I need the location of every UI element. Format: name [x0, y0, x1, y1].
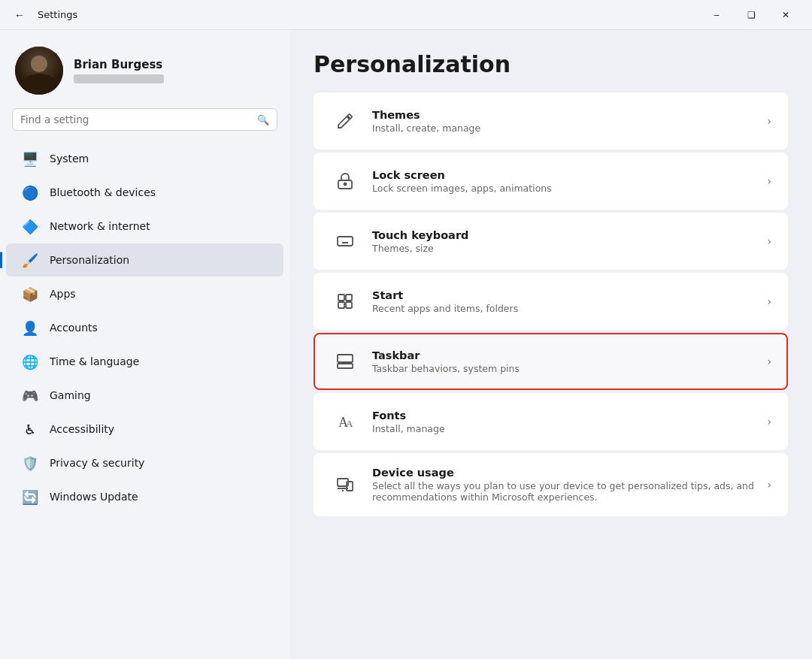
avatar — [15, 47, 63, 95]
settings-card-deviceusage[interactable]: Device usage Select all the ways you pla… — [314, 453, 788, 516]
titlebar: ← Settings – ❑ ✕ — [0, 0, 812, 30]
avatar-image — [15, 47, 63, 95]
touchkeyboard-chevron: › — [767, 235, 771, 247]
update-icon: 🔄 — [21, 488, 39, 506]
svg-rect-5 — [338, 302, 344, 308]
lockscreen-chevron: › — [767, 175, 771, 187]
start-text: Start Recent apps and items, folders — [372, 289, 755, 314]
fonts-icon: A A — [330, 407, 360, 437]
touchkeyboard-desc: Themes, size — [372, 243, 755, 254]
deviceusage-title: Device usage — [372, 467, 755, 479]
themes-chevron: › — [767, 115, 771, 127]
sidebar-item-update[interactable]: 🔄 Windows Update — [6, 480, 283, 513]
maximize-button[interactable]: ❑ — [734, 3, 768, 27]
themes-icon — [330, 106, 360, 136]
lockscreen-desc: Lock screen images, apps, animations — [372, 183, 755, 194]
sidebar-label-personalization: Personalization — [50, 254, 129, 266]
taskbar-desc: Taskbar behaviors, system pins — [372, 363, 755, 374]
fonts-desc: Install, manage — [372, 423, 755, 434]
start-desc: Recent apps and items, folders — [372, 303, 755, 314]
accounts-icon: 👤 — [21, 319, 39, 337]
svg-text:A: A — [346, 418, 353, 429]
user-email-redacted — [74, 74, 164, 83]
search-icon: 🔍 — [257, 114, 269, 125]
sidebar-item-apps[interactable]: 📦 Apps — [6, 277, 283, 310]
touchkeyboard-title: Touch keyboard — [372, 229, 755, 241]
app-body: Brian Burgess 🔍 🖥️ System 🔵 Bluetooth & … — [0, 30, 812, 659]
accessibility-icon: ♿ — [21, 420, 39, 438]
sidebar-item-personalization[interactable]: 🖌️ Personalization — [6, 243, 283, 277]
settings-card-themes[interactable]: Themes Install, create, manage › — [314, 92, 788, 150]
sidebar-label-network: Network & internet — [50, 220, 150, 232]
svg-rect-3 — [338, 295, 344, 301]
settings-card-touchkeyboard[interactable]: Touch keyboard Themes, size › — [314, 213, 788, 270]
deviceusage-chevron: › — [767, 479, 771, 491]
taskbar-chevron: › — [767, 355, 771, 367]
gaming-icon: 🎮 — [21, 386, 39, 404]
sidebar-nav: 🖥️ System 🔵 Bluetooth & devices 🔷 Networ… — [0, 141, 289, 514]
deviceusage-desc: Select all the ways you plan to use your… — [372, 480, 755, 503]
sidebar-label-time: Time & language — [50, 355, 139, 367]
themes-desc: Install, create, manage — [372, 122, 755, 134]
taskbar-icon — [330, 346, 360, 376]
svg-rect-6 — [346, 302, 352, 308]
start-icon — [330, 286, 360, 316]
sidebar-item-accounts[interactable]: 👤 Accounts — [6, 311, 283, 344]
svg-rect-8 — [338, 355, 353, 362]
deviceusage-text: Device usage Select all the ways you pla… — [372, 467, 755, 503]
sidebar-label-gaming: Gaming — [50, 389, 91, 401]
system-icon: 🖥️ — [21, 150, 39, 168]
sidebar-label-privacy: Privacy & security — [50, 457, 144, 469]
personalization-icon: 🖌️ — [21, 251, 39, 269]
svg-rect-4 — [346, 295, 352, 301]
sidebar-item-time[interactable]: 🌐 Time & language — [6, 345, 283, 378]
sidebar-item-network[interactable]: 🔷 Network & internet — [6, 210, 283, 243]
settings-list: Themes Install, create, manage › Lock sc… — [314, 92, 788, 516]
touchkeyboard-icon — [330, 226, 360, 256]
start-title: Start — [372, 289, 755, 301]
svg-rect-2 — [338, 237, 353, 246]
themes-title: Themes — [372, 109, 755, 121]
user-info: Brian Burgess — [74, 58, 164, 83]
privacy-icon: 🛡️ — [21, 454, 39, 472]
close-button[interactable]: ✕ — [768, 3, 803, 27]
back-button[interactable]: ← — [9, 5, 30, 26]
search-input[interactable] — [20, 113, 251, 125]
fonts-text: Fonts Install, manage — [372, 410, 755, 434]
apps-icon: 📦 — [21, 285, 39, 303]
taskbar-text: Taskbar Taskbar behaviors, system pins — [372, 349, 755, 374]
sidebar-item-gaming[interactable]: 🎮 Gaming — [6, 379, 283, 412]
lockscreen-text: Lock screen Lock screen images, apps, an… — [372, 169, 755, 194]
start-chevron: › — [767, 295, 771, 307]
taskbar-title: Taskbar — [372, 349, 755, 361]
lockscreen-icon — [330, 166, 360, 196]
sidebar-label-system: System — [50, 153, 89, 165]
page-title: Personalization — [314, 51, 788, 77]
settings-card-taskbar[interactable]: Taskbar Taskbar behaviors, system pins › — [314, 333, 788, 390]
deviceusage-icon — [330, 470, 360, 500]
bluetooth-icon: 🔵 — [21, 183, 39, 201]
settings-card-start[interactable]: Start Recent apps and items, folders › — [314, 273, 788, 330]
sidebar-item-bluetooth[interactable]: 🔵 Bluetooth & devices — [6, 176, 283, 209]
sidebar-label-bluetooth: Bluetooth & devices — [50, 186, 156, 198]
sidebar-item-privacy[interactable]: 🛡️ Privacy & security — [6, 446, 283, 479]
user-profile: Brian Burgess — [0, 39, 289, 108]
minimize-button[interactable]: – — [699, 3, 734, 27]
sidebar-label-apps: Apps — [50, 288, 76, 300]
sidebar-item-accessibility[interactable]: ♿ Accessibility — [6, 413, 283, 446]
window-controls: – ❑ ✕ — [699, 3, 803, 27]
settings-card-lockscreen[interactable]: Lock screen Lock screen images, apps, an… — [314, 153, 788, 210]
settings-card-fonts[interactable]: A A Fonts Install, manage › — [314, 393, 788, 450]
sidebar-label-accessibility: Accessibility — [50, 423, 114, 435]
sidebar-item-system[interactable]: 🖥️ System — [6, 142, 283, 175]
fonts-chevron: › — [767, 416, 771, 428]
search-box: 🔍 — [12, 108, 277, 131]
sidebar-label-accounts: Accounts — [50, 322, 98, 334]
touchkeyboard-text: Touch keyboard Themes, size — [372, 229, 755, 254]
network-icon: 🔷 — [21, 217, 39, 235]
lockscreen-title: Lock screen — [372, 169, 755, 181]
sidebar: Brian Burgess 🔍 🖥️ System 🔵 Bluetooth & … — [0, 30, 289, 659]
user-name: Brian Burgess — [74, 58, 164, 71]
main-content: Personalization Themes Install, create, … — [289, 30, 812, 659]
themes-text: Themes Install, create, manage — [372, 109, 755, 134]
